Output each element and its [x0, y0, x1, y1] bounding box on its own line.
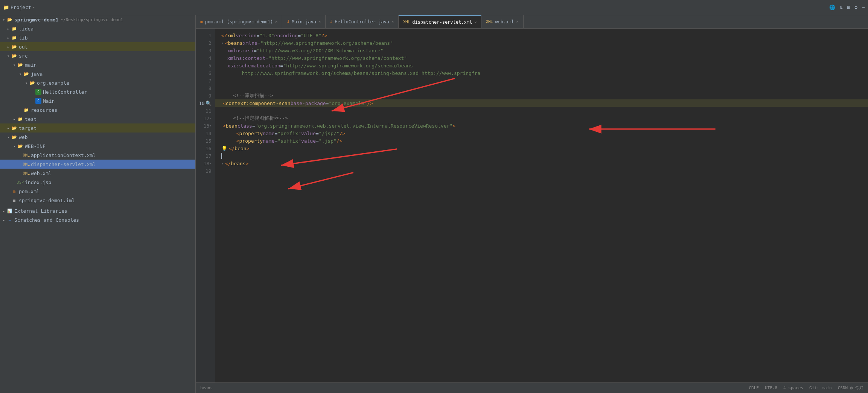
- sidebar-item-src[interactable]: 📂 src: [0, 51, 195, 60]
- bottom-indent: 4 spaces: [783, 385, 803, 390]
- lib-folder-icon: 📁: [11, 35, 17, 41]
- target-folder-icon: 📂: [11, 125, 17, 131]
- tab-dispatcher-xml[interactable]: XML dispatcher-servlet.xml ✕: [399, 15, 481, 28]
- code-line-6: http://www.springframework.org/schema/be…: [215, 69, 868, 77]
- editor-content[interactable]: 1 2 3 4 5 6 7 8 9 10 🔍 11 12 ▾ 13 ▾ 14 1…: [196, 29, 868, 382]
- sidebar-item-idea[interactable]: 📁 .idea: [0, 24, 195, 33]
- tab-pom-icon: m: [200, 19, 203, 24]
- tab-hello-close[interactable]: ✕: [391, 20, 394, 24]
- sidebar-item-index-jsp[interactable]: JSP index.jsp: [0, 178, 195, 187]
- tab-dispatcher-close[interactable]: ✕: [474, 20, 477, 24]
- lib-arrow: [6, 35, 11, 40]
- sidebar-item-target[interactable]: 📂 target: [0, 123, 195, 133]
- settings-icon[interactable]: ⚙: [854, 5, 857, 10]
- sidebar-item-resources[interactable]: 📁 resources: [0, 105, 195, 114]
- index-jsp-arrow: [12, 180, 17, 184]
- tab-bar: m pom.xml (springmvc-demo1) ✕ J Main.jav…: [196, 15, 868, 29]
- globe-icon[interactable]: 🌐: [829, 5, 835, 10]
- sort-icon[interactable]: ⇅: [840, 5, 843, 10]
- java-label: java: [31, 71, 43, 77]
- hello-controller-label: HelloController: [43, 89, 87, 95]
- root-label: springmvc-demo1: [14, 17, 58, 23]
- sidebar-item-pom-xml[interactable]: m pom.xml: [0, 187, 195, 196]
- expand-icon[interactable]: ⊞: [847, 5, 850, 10]
- pom-icon: m: [11, 188, 17, 194]
- web-folder-icon: 📂: [11, 134, 17, 140]
- app-context-arrow: [18, 153, 23, 157]
- code-line-5: xsi:schemaLocation="http://www.springfra…: [215, 62, 868, 69]
- web-xml-icon: XML: [23, 170, 29, 176]
- tab-web-label: web.xml: [495, 19, 514, 24]
- tab-main-java[interactable]: J Main.java ✕: [282, 15, 326, 28]
- line-num-6: 6: [196, 69, 215, 77]
- idea-folder-icon: 📁: [11, 26, 17, 32]
- test-label: test: [25, 116, 37, 122]
- sidebar-item-app-context[interactable]: XML applicationContext.xml: [0, 151, 195, 160]
- tab-pom-close[interactable]: ✕: [275, 20, 277, 24]
- sidebar-item-hello-controller[interactable]: C HelloController: [0, 87, 195, 96]
- dispatcher-label: dispatcher-servlet.xml: [31, 161, 96, 167]
- tab-main-close[interactable]: ✕: [318, 20, 321, 24]
- tab-pom-xml[interactable]: m pom.xml (springmvc-demo1) ✕: [196, 15, 282, 28]
- line-num-16: 16: [196, 145, 215, 152]
- line-num-8: 8: [196, 84, 215, 92]
- code-content[interactable]: <?xml version="1.0" encoding="UTF-8"?> ▾…: [215, 29, 868, 382]
- line-num-7: 7: [196, 77, 215, 84]
- org-example-folder-icon: 📂: [29, 80, 35, 86]
- sidebar-item-iml[interactable]: ■ springmvc-demo1.iml: [0, 196, 195, 205]
- sidebar-item-out[interactable]: 📂 out: [0, 42, 195, 51]
- dropdown-arrow[interactable]: ▾: [33, 5, 35, 9]
- line-numbers: 1 2 3 4 5 6 7 8 9 10 🔍 11 12 ▾ 13 ▾ 14 1…: [196, 29, 215, 382]
- web-inf-folder-icon: 📂: [17, 143, 23, 149]
- tree-root[interactable]: 📂 springmvc-demo1 ~/Desktop/springmvc-de…: [0, 15, 195, 24]
- sidebar-item-main[interactable]: 📂 main: [0, 60, 195, 69]
- index-jsp-icon: JSP: [17, 179, 23, 185]
- code-line-17: [215, 152, 868, 160]
- editor-wrapper: m pom.xml (springmvc-demo1) ✕ J Main.jav…: [196, 15, 868, 393]
- sidebar-item-scratches[interactable]: ✏️ Scratches and Consoles: [0, 215, 195, 224]
- sidebar-item-external-libraries[interactable]: 📊 External Libraries: [0, 206, 195, 215]
- bottom-git: Git: main: [809, 385, 832, 390]
- line-num-19: 19: [196, 167, 215, 175]
- java-arrow: [18, 72, 23, 76]
- sidebar-item-main-class[interactable]: C Main: [0, 96, 195, 105]
- root-folder-icon: 📂: [7, 17, 13, 23]
- code-line-12: <!--指定视图解析器-->: [215, 114, 868, 122]
- sidebar-item-web-inf[interactable]: 📂 WEB-INF: [0, 142, 195, 151]
- src-folder-icon: 📂: [11, 53, 17, 59]
- web-xml-arrow: [18, 171, 23, 175]
- sidebar-item-dispatcher-servlet[interactable]: XML dispatcher-servlet.xml: [0, 160, 195, 169]
- tab-hello-icon: J: [330, 19, 333, 24]
- minimize-icon[interactable]: −: [862, 5, 865, 10]
- line-num-14: 14: [196, 129, 215, 137]
- root-arrow: [2, 17, 6, 22]
- src-arrow: [6, 53, 11, 58]
- tab-hello-java[interactable]: J HelloController.java ✕: [326, 15, 399, 28]
- project-tree: 📂 springmvc-demo1 ~/Desktop/springmvc-de…: [0, 15, 196, 393]
- sidebar-item-web-xml[interactable]: XML web.xml: [0, 169, 195, 178]
- sidebar-item-lib[interactable]: 📁 lib: [0, 33, 195, 42]
- line-num-5: 5: [196, 62, 215, 69]
- code-line-18: ▾</beans>: [215, 160, 868, 167]
- line-num-2: 2: [196, 39, 215, 47]
- pom-arrow: [6, 189, 11, 193]
- out-folder-icon: 📂: [11, 44, 17, 50]
- test-folder-icon: 📁: [17, 116, 23, 122]
- web-label: web: [19, 134, 27, 140]
- sidebar-item-web[interactable]: 📂 web: [0, 133, 195, 142]
- tab-hello-label: HelloController.java: [335, 19, 390, 24]
- scratches-label: Scratches and Consoles: [14, 217, 79, 223]
- ext-lib-icon: 📊: [7, 208, 13, 214]
- sidebar-item-test[interactable]: 📁 test: [0, 114, 195, 123]
- sidebar-item-java[interactable]: 📂 java: [0, 69, 195, 78]
- resources-label: resources: [31, 107, 57, 113]
- code-line-19: [215, 167, 868, 175]
- sidebar-item-org-example[interactable]: 📂 org.example: [0, 78, 195, 87]
- tab-web-xml[interactable]: XML web.xml ✕: [481, 15, 524, 28]
- tab-web-close[interactable]: ✕: [516, 20, 519, 24]
- web-inf-arrow: [12, 144, 17, 148]
- main-label: main: [25, 62, 37, 68]
- root-path: ~/Desktop/springmvc-demo1: [61, 17, 123, 22]
- code-line-8: [215, 84, 868, 92]
- line-num-1: 1: [196, 32, 215, 39]
